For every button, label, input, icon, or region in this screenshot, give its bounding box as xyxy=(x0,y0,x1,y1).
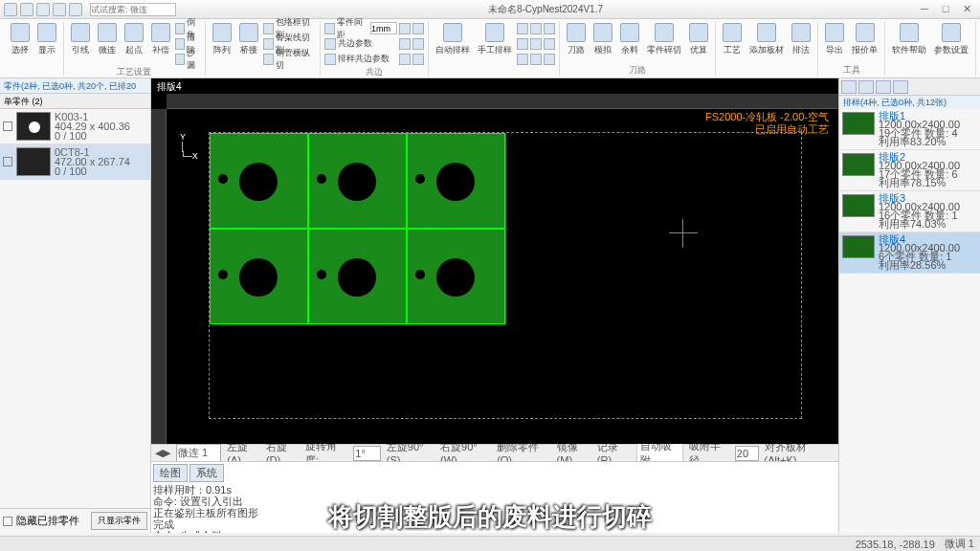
save-icon[interactable] xyxy=(893,80,908,94)
parts-tab[interactable]: 单零件 (2) xyxy=(0,94,150,109)
sheet-thumb xyxy=(842,153,875,176)
del-icon[interactable] xyxy=(858,80,874,94)
toolpath-button[interactable]: 刀路 xyxy=(564,21,589,58)
coedge-param-row[interactable]: 共边参数 xyxy=(324,36,397,51)
window-title: 未命名8-CypNest2024V1.7 xyxy=(176,3,915,16)
grid-icon[interactable] xyxy=(412,23,424,34)
minimize-icon[interactable]: ─ xyxy=(915,3,934,16)
part-thumb xyxy=(16,147,51,176)
nest-icon[interactable] xyxy=(544,23,555,34)
zoom-label: 微调 1 xyxy=(945,537,974,551)
lead-button[interactable]: 引线 xyxy=(68,21,93,58)
angle-select[interactable]: 1° xyxy=(353,446,381,461)
grid-icon[interactable] xyxy=(399,54,411,65)
showparts-button[interactable]: 只显示零件 xyxy=(91,512,147,530)
quote-button[interactable]: 报价单 xyxy=(849,21,880,58)
qat-btn[interactable] xyxy=(20,3,33,16)
nest-coedge-row[interactable]: 排样共边参数 xyxy=(324,52,397,66)
hide-nested-checkbox[interactable] xyxy=(3,517,12,526)
sheet-thumb xyxy=(842,112,875,135)
settings-button[interactable]: 参数设置 xyxy=(931,21,971,58)
checkbox[interactable] xyxy=(3,157,12,166)
add-icon[interactable] xyxy=(841,80,857,94)
optimize-button[interactable]: 优算 xyxy=(686,21,711,58)
nest-icon[interactable] xyxy=(517,38,528,50)
part-item[interactable]: K003-1404.29 x 400.360 / 100 xyxy=(0,109,150,144)
array-button[interactable]: 阵列 xyxy=(210,21,234,58)
ribbon: 选择 显示 引线 微连 起点 补偿 倒角 清除 沙漏 工艺设置 阵列 桥接 包络… xyxy=(0,19,980,78)
start-button[interactable]: 起点 xyxy=(122,21,146,58)
parts-header: 零件(2种, 已选0种, 共20个, 已排20个) xyxy=(0,78,150,94)
qat-btn[interactable] xyxy=(69,3,82,16)
sheet-item[interactable]: 排版31200.00x2400.0016个零件 数量: 1利用率74.03% xyxy=(839,191,980,232)
nest-icon[interactable] xyxy=(530,54,542,65)
sheet-item[interactable]: 排版21200.00x2400.0017个零件 数量: 6利用率78.15% xyxy=(839,150,980,191)
gap-input[interactable] xyxy=(370,22,397,34)
compensate-button[interactable]: 补偿 xyxy=(148,21,173,58)
ruler-vertical xyxy=(151,109,167,444)
grid-icon[interactable] xyxy=(412,54,424,65)
hourglass-row[interactable]: 沙漏 xyxy=(175,52,201,66)
nest-icon[interactable] xyxy=(517,23,528,34)
display-button[interactable]: 显示 xyxy=(34,21,59,58)
coords-label: 2535.18, -288.19 xyxy=(856,539,935,550)
microjoint-button[interactable]: 微连 xyxy=(95,21,120,58)
qat-btn[interactable] xyxy=(4,3,17,16)
viewport[interactable]: FS2000-冷轧板 -2.00-空气已启用自动工艺 Y│└─X xyxy=(151,94,838,444)
close-icon[interactable]: ✕ xyxy=(957,3,976,16)
qat-btn[interactable] xyxy=(36,3,50,16)
part-item[interactable]: 0CT8-1472.00 x 267.740 / 100 xyxy=(0,144,150,180)
tab-draw[interactable]: 绘图 xyxy=(153,464,188,482)
manualnest-button[interactable]: 手工排样 xyxy=(475,21,515,58)
autonest-button[interactable]: 自动排样 xyxy=(433,21,473,58)
nestmethod-button[interactable]: 排法 xyxy=(789,21,813,58)
hide-nested-label: 隐藏已排零件 xyxy=(16,514,79,528)
part-gap-row[interactable]: 零件间距 xyxy=(324,21,397,35)
export-button[interactable]: 导出 xyxy=(822,21,847,58)
sheet-thumb xyxy=(842,235,875,258)
nest-icon[interactable] xyxy=(530,38,542,50)
addsheet-button[interactable]: 添加板材 xyxy=(746,21,787,58)
log-panel: 绘图系统 排样用时：0.91s 命令: 设置引入引出 正在鉴别主板所有图形 完成… xyxy=(151,461,838,533)
copy-icon[interactable] xyxy=(876,80,891,94)
bridge-button[interactable]: 桥接 xyxy=(236,21,261,58)
statusbar: 2535.18, -288.19 微调 1 xyxy=(0,536,980,551)
nest-icon[interactable] xyxy=(517,54,528,65)
nest-icon[interactable] xyxy=(530,23,542,34)
canvas-tab[interactable]: 排版4 xyxy=(151,78,838,94)
nested-parts xyxy=(210,133,506,324)
sheets-panel: 排样(4种, 已选0种, 共12张) 排版11200.00x2400.0019个… xyxy=(838,78,980,533)
simulate-button[interactable]: 模拟 xyxy=(590,21,615,58)
maximize-icon[interactable]: □ xyxy=(936,3,955,16)
titlebar: 未命名8-CypNest2024V1.7 ─□✕ xyxy=(0,0,980,19)
crosshair-icon xyxy=(669,219,698,248)
nest-icon[interactable] xyxy=(544,38,555,50)
microjoint-select[interactable]: 微连 1 xyxy=(176,444,221,462)
tube-cut-row[interactable]: 钢管横纵切 xyxy=(263,52,316,66)
grid-icon[interactable] xyxy=(412,38,424,50)
ruler-horizontal xyxy=(167,94,838,109)
search-input[interactable] xyxy=(90,3,176,16)
remnant-button[interactable]: 余料 xyxy=(617,21,642,58)
qat-btn[interactable] xyxy=(53,3,66,16)
sheets-header: 排样(4种, 已选0种, 共12张) xyxy=(839,96,980,109)
nest-icon[interactable] xyxy=(544,54,555,65)
sheet-item[interactable]: 排版41200.00x2400.006个零件 数量: 1利用率28.56% xyxy=(839,232,980,274)
quick-access-toolbar xyxy=(4,3,82,16)
snapradius-input[interactable]: 20 xyxy=(735,446,759,461)
process-button[interactable]: 工艺 xyxy=(720,21,745,58)
checkbox[interactable] xyxy=(3,121,12,131)
tab-system[interactable]: 系统 xyxy=(189,464,224,482)
sheet-item[interactable]: 排版11200.00x2400.0019个零件 数量: 4利用率83.20% xyxy=(839,109,980,150)
axis-indicator: Y│└─X xyxy=(180,132,198,161)
grid-icon[interactable] xyxy=(399,38,411,50)
parts-panel: 零件(2种, 已选0种, 共20个, 已排20个) 单零件 (2) K003-1… xyxy=(0,78,151,533)
sheet-outline xyxy=(209,132,802,419)
canvas-toolbar: ◀▶ 微连 1 左旋(A) 右旋(D) 旋转角度: 1° 左旋90°(S) 右旋… xyxy=(151,444,838,461)
help-button[interactable]: 软件帮助 xyxy=(889,21,929,58)
canvas-area: 排版4 FS2000-冷轧板 -2.00-空气已启用自动工艺 Y│└─X xyxy=(151,78,838,533)
grid-icon[interactable] xyxy=(399,23,411,34)
sheet-thumb xyxy=(842,194,875,217)
select-button[interactable]: 选择 xyxy=(8,21,33,58)
partcrush-button[interactable]: 零件碎切 xyxy=(644,21,684,58)
